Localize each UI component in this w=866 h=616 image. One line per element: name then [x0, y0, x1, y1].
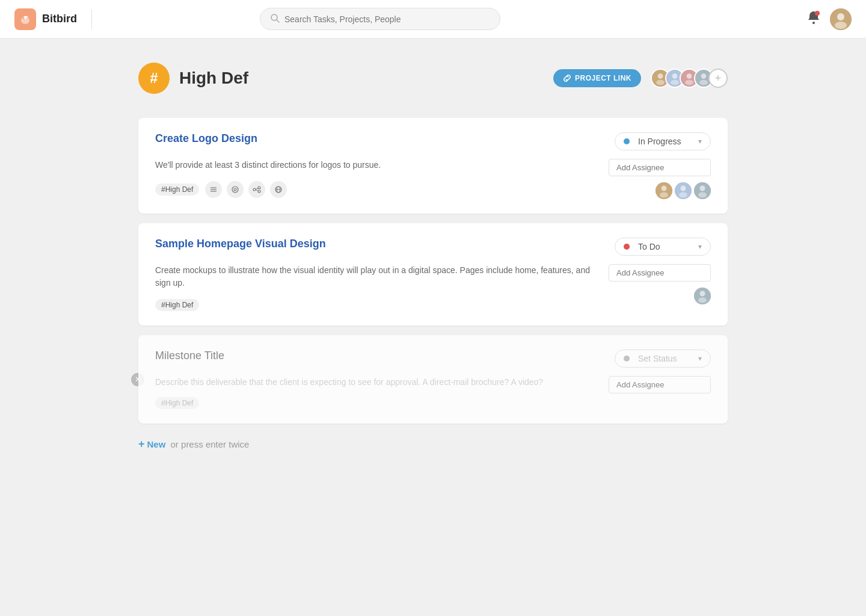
svg-point-13 — [672, 73, 678, 79]
task-2-title[interactable]: Sample Homepage Visual Design — [155, 238, 326, 250]
svg-point-16 — [687, 73, 692, 79]
task-1-body: We'll provide at least 3 distinct direct… — [155, 159, 603, 198]
search-input[interactable] — [284, 14, 490, 24]
project-icon: # — [138, 63, 170, 94]
task-2-add-assignee[interactable] — [609, 264, 711, 282]
milestone-assignee-area — [603, 376, 711, 393]
svg-point-38 — [681, 186, 686, 191]
task-1-right: In Progress ▾ — [591, 132, 711, 150]
project-header: # High Def PROJECT LINK — [138, 63, 728, 94]
task-card-2: Sample Homepage Visual Design To Do ▾ Cr… — [138, 223, 728, 325]
task-2-status-dot — [624, 244, 630, 250]
svg-line-29 — [256, 188, 258, 190]
attachment-connect-icon[interactable] — [248, 181, 265, 198]
notification-icon[interactable] — [807, 10, 820, 28]
task-2-body: Create mockups to illustrate how the vis… — [155, 264, 603, 311]
project-link-button[interactable]: PROJECT LINK — [553, 69, 641, 87]
task-1-status-dot — [624, 138, 630, 144]
svg-point-41 — [700, 186, 705, 191]
svg-point-35 — [662, 186, 667, 191]
svg-point-24 — [232, 186, 238, 192]
task-1-attachments — [205, 181, 287, 198]
milestone-status-label: Set Status — [638, 354, 693, 363]
task-1-description: We'll provide at least 3 distinct direct… — [155, 159, 603, 171]
svg-point-45 — [698, 298, 707, 303]
chevron-down-icon-2: ▾ — [698, 242, 702, 251]
attachment-design-icon[interactable] — [227, 181, 244, 198]
svg-point-44 — [700, 291, 705, 297]
svg-point-4 — [812, 22, 815, 24]
task-1-title[interactable]: Create Logo Design — [155, 132, 257, 145]
chevron-down-icon: ▾ — [698, 137, 702, 146]
task-2-description: Create mockups to illustrate how the vis… — [155, 264, 603, 289]
svg-point-10 — [658, 73, 663, 79]
svg-point-42 — [698, 192, 707, 198]
task-2-header: Sample Homepage Visual Design To Do ▾ — [155, 238, 711, 256]
svg-point-28 — [258, 190, 260, 192]
task-2-status-dropdown[interactable]: To Do ▾ — [615, 238, 711, 256]
team-avatars: + — [651, 69, 728, 88]
milestone-add-assignee[interactable] — [609, 376, 711, 393]
svg-point-19 — [701, 73, 707, 79]
task-1-assignee-1[interactable] — [656, 182, 672, 199]
svg-point-5 — [815, 11, 820, 16]
svg-point-7 — [837, 13, 844, 20]
header-divider — [91, 10, 92, 29]
task-1-status-label: In Progress — [638, 137, 693, 146]
task-1-tag: #High Def — [155, 183, 199, 196]
main-content: # High Def PROJECT LINK — [102, 38, 764, 479]
svg-point-39 — [679, 192, 687, 198]
logo-area: Bitbird — [14, 8, 77, 30]
add-new-button[interactable]: + New or press enter twice — [138, 433, 728, 455]
task-1-left: Create Logo Design — [155, 132, 257, 145]
svg-point-26 — [253, 188, 256, 191]
app-header: Bitbird — [0, 0, 866, 38]
task-1-footer: #High Def — [155, 181, 603, 198]
task-2-tag: #High Def — [155, 299, 199, 311]
add-new-hint: or press enter twice — [168, 439, 249, 449]
task-1-assignee-3[interactable] — [694, 182, 711, 199]
task-1-add-assignee[interactable] — [609, 159, 711, 176]
task-1-status-dropdown[interactable]: In Progress ▾ — [615, 132, 711, 150]
task-2-assignee-area — [603, 264, 711, 304]
milestone-body: Describe this deliverable that the clien… — [155, 376, 603, 409]
svg-point-8 — [835, 22, 847, 29]
task-2-status-label: To Do — [638, 242, 693, 251]
milestone-title-input[interactable] — [155, 350, 488, 362]
search-icon — [270, 13, 280, 25]
milestone-footer: #High Def — [155, 397, 603, 409]
task-2-footer: #High Def — [155, 299, 603, 311]
svg-point-11 — [656, 80, 665, 85]
search-bar[interactable] — [260, 8, 500, 30]
svg-point-20 — [699, 80, 708, 85]
svg-point-25 — [234, 188, 236, 191]
user-avatar[interactable] — [830, 8, 852, 30]
add-team-member-button[interactable]: + — [708, 69, 728, 88]
milestone-tag: #High Def — [155, 397, 199, 409]
project-title: High Def — [179, 69, 248, 88]
task-card-1: Create Logo Design In Progress ▾ We'll p… — [138, 118, 728, 214]
project-actions: PROJECT LINK — [553, 69, 728, 88]
task-1-header: Create Logo Design In Progress ▾ — [155, 132, 711, 150]
svg-point-14 — [671, 80, 679, 85]
svg-point-27 — [258, 186, 260, 189]
app-name: Bitbird — [42, 13, 77, 25]
milestone-description: Describe this deliverable that the clien… — [155, 376, 603, 389]
milestone-status-dropdown[interactable]: Set Status ▾ — [615, 350, 711, 368]
task-2-assignee-1[interactable] — [694, 288, 711, 304]
milestone-card: Set Status ▾ Describe this deliverable t… — [138, 335, 728, 424]
svg-point-36 — [660, 192, 668, 198]
add-new-label: New — [147, 439, 166, 449]
task-1-assignees — [656, 182, 711, 199]
milestone-container: ✕ Set Status ▾ Describe this deliverable… — [138, 335, 728, 424]
svg-point-1 — [23, 17, 25, 19]
task-1-assignee-2[interactable] — [675, 182, 692, 199]
attachment-globe-icon[interactable] — [270, 181, 287, 198]
attachment-list-icon[interactable] — [205, 181, 222, 198]
svg-point-17 — [685, 80, 693, 85]
chevron-down-icon-3: ▾ — [698, 354, 702, 363]
header-right — [807, 8, 852, 30]
task-1-assignee-area — [603, 159, 711, 199]
milestone-status-dot — [624, 356, 630, 362]
svg-line-30 — [256, 189, 258, 191]
